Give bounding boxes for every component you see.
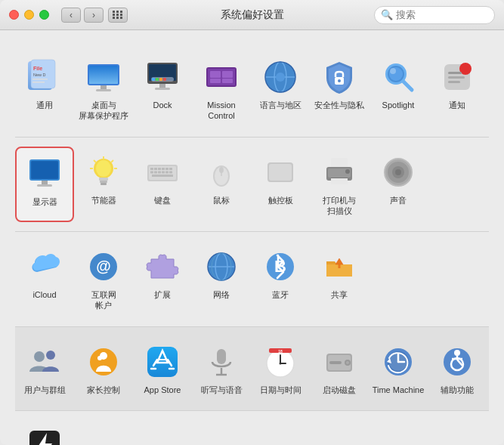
content-area: File New D 通用 xyxy=(0,30,504,445)
maximize-button[interactable] xyxy=(39,10,49,20)
icon-display xyxy=(25,154,64,193)
item-sound[interactable]: 声音 xyxy=(369,147,428,223)
icon-general: File New D xyxy=(25,57,64,97)
grid-view-button[interactable] xyxy=(108,8,128,23)
item-network[interactable]: 网络 xyxy=(192,241,251,317)
item-sharing[interactable]: 共享 xyxy=(310,241,369,317)
svg-rect-25 xyxy=(210,79,221,83)
item-bluetooth[interactable]: B 蓝牙 xyxy=(251,241,310,317)
search-bar[interactable]: 🔍 ✕ xyxy=(374,6,495,24)
svg-rect-70 xyxy=(165,171,169,173)
svg-point-124 xyxy=(346,361,349,364)
item-trackpad[interactable]: 触控板 xyxy=(251,147,310,223)
item-extensions[interactable]: 扩展 xyxy=(133,241,192,317)
svg-rect-41 xyxy=(448,72,462,74)
section-internet: iCloud @ 互联网帐户 xyxy=(15,231,489,326)
svg-point-88 xyxy=(395,169,401,175)
forward-button[interactable]: › xyxy=(84,8,104,23)
svg-rect-20 xyxy=(155,88,170,90)
svg-rect-69 xyxy=(162,171,165,173)
item-notification[interactable]: 通知 xyxy=(428,51,487,128)
svg-point-33 xyxy=(338,79,341,82)
search-icon: 🔍 xyxy=(381,9,393,20)
item-flash[interactable]: Flash Player xyxy=(15,420,74,445)
minimize-button[interactable] xyxy=(24,10,34,20)
label-icloud: iCloud xyxy=(32,289,56,300)
item-security[interactable]: 安全性与隐私 xyxy=(310,51,369,128)
svg-rect-51 xyxy=(100,181,107,183)
icon-energy xyxy=(84,153,123,192)
item-spotlight[interactable]: Spotlight xyxy=(369,51,428,128)
svg-text:New D: New D xyxy=(33,73,46,77)
item-users[interactable]: 用户与群组 xyxy=(15,336,74,401)
svg-line-56 xyxy=(94,160,96,162)
icon-desktop xyxy=(84,57,123,97)
svg-rect-99 xyxy=(339,264,341,268)
hardware-grid: 显示器 xyxy=(15,147,489,223)
icon-notification xyxy=(438,57,477,97)
svg-rect-5 xyxy=(32,82,45,83)
item-internet[interactable]: @ 互联网帐户 xyxy=(74,241,133,317)
label-dictation: 听写与语音 xyxy=(201,385,243,395)
back-button[interactable]: ‹ xyxy=(61,8,81,23)
svg-rect-4 xyxy=(32,79,48,80)
icon-printer xyxy=(320,153,359,192)
label-mouse: 鼠标 xyxy=(213,195,230,206)
svg-rect-111 xyxy=(217,349,226,364)
svg-rect-63 xyxy=(162,168,165,170)
item-language[interactable]: 语言与地区 xyxy=(251,51,310,128)
item-desktop[interactable]: 桌面与屏幕保护程序 xyxy=(74,51,133,128)
section-hardware: 显示器 xyxy=(15,137,489,232)
item-icloud[interactable]: iCloud xyxy=(15,241,74,317)
label-appstore: App Store xyxy=(144,385,181,395)
icon-dock xyxy=(143,57,182,97)
svg-text:@: @ xyxy=(96,258,111,274)
item-appstore[interactable]: App Store xyxy=(133,336,192,401)
icon-startup xyxy=(320,342,359,382)
svg-rect-61 xyxy=(154,168,157,170)
item-display[interactable]: 显示器 xyxy=(15,147,74,223)
search-input[interactable] xyxy=(396,9,504,20)
icon-trackpad xyxy=(261,153,300,192)
icon-sound xyxy=(379,153,418,192)
item-general[interactable]: File New D 通用 xyxy=(15,51,74,128)
item-keyboard[interactable]: 键盘 xyxy=(133,147,192,223)
label-desktop: 桌面与屏幕保护程序 xyxy=(79,100,128,122)
item-startup[interactable]: 启动磁盘 xyxy=(310,336,369,401)
section-system: 用户与群组 家长控制 xyxy=(15,326,489,410)
traffic-lights xyxy=(9,10,49,20)
item-parental[interactable]: 家长控制 xyxy=(74,336,133,401)
label-sound: 声音 xyxy=(390,195,407,206)
svg-text:18: 18 xyxy=(278,349,283,354)
label-accessibility: 辅助功能 xyxy=(441,385,474,395)
item-energy[interactable]: 节能器 xyxy=(74,147,133,223)
item-accessibility[interactable]: 辅助功能 xyxy=(428,336,487,401)
svg-point-104 xyxy=(97,356,102,360)
item-mission[interactable]: MissionControl xyxy=(192,51,251,128)
item-mouse[interactable]: 鼠标 xyxy=(192,147,251,223)
close-button[interactable] xyxy=(9,10,19,20)
svg-rect-68 xyxy=(158,171,161,173)
item-timemachine[interactable]: Time Machine xyxy=(369,336,428,401)
label-users: 用户与群组 xyxy=(24,385,66,395)
svg-rect-72 xyxy=(152,175,173,177)
svg-rect-71 xyxy=(169,171,172,173)
item-dictation[interactable]: 听写与语音 xyxy=(192,336,251,401)
icon-accessibility xyxy=(438,342,477,382)
label-startup: 启动磁盘 xyxy=(323,385,356,395)
icon-users xyxy=(25,342,64,382)
svg-rect-60 xyxy=(150,168,153,170)
svg-rect-17 xyxy=(159,78,162,81)
svg-rect-43 xyxy=(448,81,460,83)
svg-point-101 xyxy=(46,351,55,360)
svg-rect-19 xyxy=(159,84,165,88)
svg-rect-47 xyxy=(37,184,52,187)
item-printer[interactable]: 打印机与扫描仪 xyxy=(310,147,369,223)
window-title: 系统偏好设置 xyxy=(221,8,284,22)
svg-point-76 xyxy=(219,167,224,173)
icon-security xyxy=(320,57,359,97)
icon-keyboard xyxy=(143,153,182,192)
item-dock[interactable]: Dock xyxy=(133,51,192,128)
icon-datetime: 18 xyxy=(261,342,300,382)
item-datetime[interactable]: 18 日期与时间 xyxy=(251,336,310,401)
